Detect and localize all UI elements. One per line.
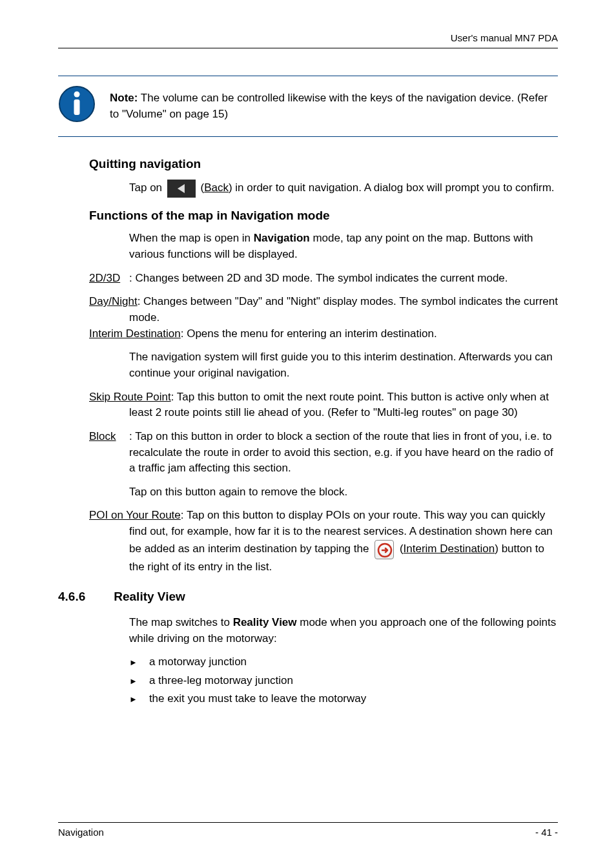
interim-destination-icon [375,540,394,559]
note-callout: Note: The volume can be controlled likew… [58,76,558,138]
page-footer: Navigation - 41 - [58,822,558,840]
bullet-text: a three-leg motorway junction [149,673,293,689]
item-block-cont: Tap on this button again to remove the b… [129,484,558,501]
svg-rect-2 [74,99,80,115]
list-item: ►a motorway junction [129,654,558,670]
list-item: ►a three-leg motorway junction [129,673,558,689]
item-poi-label: POI on Your Route [89,509,181,521]
item-block-text: : Tap on this button in order to block a… [129,429,558,477]
list-item: ►the exit you must take to leave the mot… [129,691,558,707]
bullet-text: the exit you must take to leave the moto… [149,691,366,707]
bullet-text: a motorway junction [149,654,247,670]
functions-intro-bold: Navigation [254,232,310,244]
svg-point-1 [74,91,80,97]
footer-right: - 41 - [535,825,558,840]
bullet-icon: ► [129,694,138,706]
heading-quitting-navigation: Quitting navigation [89,155,558,173]
interim-destination-link[interactable]: Interim Destination [404,542,495,555]
item-block: Block : Tap on this button in order to b… [89,429,558,477]
item-block-label: Block [89,429,129,477]
quit-tap-suffix: ) in order to quit navigation. A dialog … [229,181,555,194]
reality-intro-pre: The map switches to [129,616,233,628]
back-link[interactable]: Back [204,181,229,194]
note-text: Note: The volume can be controlled likew… [110,90,558,122]
item-daynight-text: : Changes between "Day" and "Night" disp… [129,295,558,324]
item-2d3d-text: : Changes between 2D and 3D mode. The sy… [129,271,558,287]
functions-intro: When the map is open in Navigation mode,… [129,231,558,262]
note-label: Note: [110,92,138,104]
bullet-icon: ► [129,676,138,688]
item-interim: Interim Destination: Opens the menu for … [89,326,558,342]
heading-functions-map: Functions of the map in Navigation mode [89,207,558,225]
item-skip: Skip Route Point: Tap this button to omi… [89,389,558,421]
page-header: User's manual MN7 PDA [58,31,558,48]
quit-tap-prefix: Tap on [129,181,165,194]
item-poi: POI on Your Route: Tap on this button to… [89,508,558,575]
item-skip-text: : Tap this button to omit the next route… [129,391,549,419]
section-heading-reality-view: 4.6.6 Reality View [58,588,558,606]
item-interim-label: Interim Destination [89,327,181,340]
note-body: The volume can be controlled likewise wi… [110,92,548,120]
item-daynight: Day/Night: Changes between "Day" and "Ni… [89,294,558,326]
item-2d3d: 2D/3D : Changes between 2D and 3D mode. … [89,271,558,287]
reality-intro-bold: Reality View [233,616,297,628]
item-daynight-label: Day/Night [89,295,138,307]
footer-left: Navigation [58,825,104,840]
reality-intro: The map switches to Reality View mode wh… [129,615,558,646]
bullet-icon: ► [129,657,138,669]
item-interim-text: : Opens the menu for entering an interim… [181,327,437,340]
item-2d3d-label: 2D/3D [89,271,129,287]
reality-bullet-list: ►a motorway junction ►a three-leg motorw… [129,654,558,707]
quit-paragraph: Tap on (Back) in order to quit navigatio… [129,180,558,198]
info-icon [58,85,96,128]
item-skip-label: Skip Route Point [89,391,171,403]
section-number: 4.6.6 [58,588,85,606]
header-right-text: User's manual MN7 PDA [451,32,558,43]
item-interim-cont: The navigation system will first guide y… [129,349,558,381]
back-icon [167,180,196,198]
functions-intro-pre: When the map is open in [129,232,254,244]
section-title: Reality View [114,588,185,606]
